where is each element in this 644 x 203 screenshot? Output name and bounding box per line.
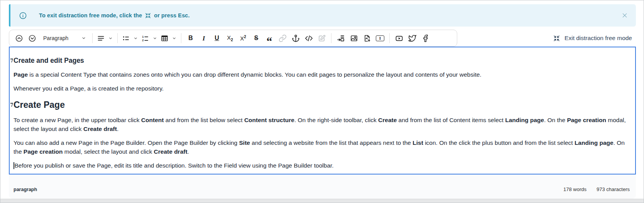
word-count: 178 words <box>563 186 587 192</box>
editor-heading[interactable]: Create Page <box>14 99 630 111</box>
circle-chevron-down-icon <box>28 34 36 42</box>
compress-icon <box>553 35 560 42</box>
window-bottom-edge <box>0 199 644 203</box>
edit-pencil-icon <box>318 34 326 42</box>
input-field-icon: I <box>376 35 384 41</box>
bold-icon: B <box>188 35 193 41</box>
embed-facebook-button[interactable] <box>419 32 432 45</box>
blockquote-icon: “ <box>267 39 272 43</box>
heading-marker-icon <box>10 103 13 107</box>
strikethrough-button[interactable]: S <box>250 32 263 45</box>
numbered-list-icon <box>141 34 149 42</box>
notification-text-prefix: To exit distraction free mode, click the <box>39 12 142 18</box>
editor-paragraph[interactable]: Page is a special Content Type that cont… <box>14 70 630 79</box>
image-upload-icon <box>363 34 371 42</box>
notification-text-suffix: or press Esc. <box>154 12 189 18</box>
anchor-button[interactable] <box>289 32 302 45</box>
toolbar-divider <box>117 33 118 43</box>
current-block-type: paragraph <box>14 187 37 192</box>
text-alignment-dropdown[interactable] <box>95 32 115 45</box>
insert-table-dropdown[interactable] <box>159 32 178 45</box>
editor-paragraph[interactable]: You can also add a new Page in the Page … <box>14 138 630 156</box>
youtube-icon <box>395 34 403 42</box>
italic-button[interactable]: I <box>197 32 210 45</box>
paragraph-style-dropdown[interactable]: Paragraph <box>39 32 90 45</box>
subscript-button[interactable]: X2 <box>223 32 237 45</box>
paragraph-style-value: Paragraph <box>43 35 68 41</box>
embed-youtube-button[interactable] <box>392 32 406 45</box>
chevron-down-icon <box>81 35 86 41</box>
bold-button[interactable]: B <box>184 32 197 45</box>
toolbar-divider <box>331 33 331 43</box>
underline-button[interactable]: U <box>210 32 223 45</box>
anchor-icon <box>292 34 300 42</box>
image-icon <box>350 34 358 42</box>
rich-text-editing-area[interactable]: Create and edit PagesPage is a special C… <box>9 47 636 174</box>
strikethrough-icon: S <box>254 35 259 41</box>
editor-paragraph[interactable]: Whenever you edit a Page, a is created i… <box>14 84 630 93</box>
info-icon <box>19 12 27 20</box>
link-icon <box>279 34 287 42</box>
twitter-icon <box>408 34 416 42</box>
editor-heading[interactable]: Create and edit Pages <box>14 56 630 65</box>
character-count: 973 characters <box>597 186 630 192</box>
bulleted-list-dropdown[interactable] <box>120 32 140 45</box>
editor-paragraph[interactable]: Before you publish or save the Page, edi… <box>14 161 630 170</box>
bulleted-list-icon <box>122 34 130 42</box>
close-notification-button[interactable] <box>620 10 630 20</box>
facebook-icon <box>421 34 429 42</box>
toolbar-divider <box>181 33 181 43</box>
heading-marker-icon <box>10 59 13 62</box>
code-icon <box>305 34 313 42</box>
upload-image-button[interactable] <box>360 32 374 45</box>
superscript-button[interactable]: X2 <box>237 32 250 45</box>
embed-twitter-button[interactable] <box>406 32 419 45</box>
chevron-down-icon <box>108 36 113 41</box>
link-button[interactable] <box>276 32 289 45</box>
circle-chevron-up-icon <box>15 34 23 42</box>
chevron-down-icon <box>152 36 157 41</box>
insert-input-field-button[interactable]: I <box>374 32 387 45</box>
numbered-list-dropdown[interactable] <box>140 32 159 45</box>
exit-distraction-free-label: Exit distraction free mode <box>565 35 632 42</box>
exit-distraction-free-button[interactable]: Exit distraction free mode <box>553 30 632 47</box>
counters: 178 words 973 characters <box>563 186 630 192</box>
editor-window: To exit distraction free mode, click the… <box>0 0 644 203</box>
italic-icon: I <box>203 35 205 42</box>
notification-message: To exit distraction free mode, click the… <box>39 12 190 19</box>
next-block-button[interactable] <box>25 32 39 45</box>
blockquote-button[interactable]: “ <box>263 32 276 45</box>
chevron-down-icon <box>172 36 177 41</box>
subscript-icon: X2 <box>227 35 233 42</box>
editor-toolbar: Paragraph B I U X2 X2 S “ <box>9 30 457 47</box>
toolbar-divider <box>389 33 390 43</box>
superscript-icon: X2 <box>240 35 246 41</box>
close-icon <box>622 12 628 18</box>
insert-image-button[interactable] <box>347 32 360 45</box>
underline-icon: U <box>215 35 219 41</box>
align-left-icon <box>97 34 105 42</box>
chevron-down-icon <box>133 36 138 41</box>
insert-template-button[interactable] <box>334 32 347 45</box>
previous-block-button[interactable] <box>12 32 25 45</box>
code-block-button[interactable] <box>302 32 315 45</box>
table-icon <box>161 34 169 42</box>
edit-source-button[interactable] <box>315 32 328 45</box>
editor-paragraph[interactable]: To create a new Page, in the upper toolb… <box>14 116 630 133</box>
compress-icon <box>145 12 151 19</box>
text-cursor <box>14 162 14 169</box>
editor-status-bar: paragraph 178 words 973 characters <box>9 174 636 199</box>
insert-template-icon <box>337 34 345 42</box>
notification-banner: To exit distraction free mode, click the… <box>9 4 636 27</box>
toolbar-divider <box>92 33 93 43</box>
